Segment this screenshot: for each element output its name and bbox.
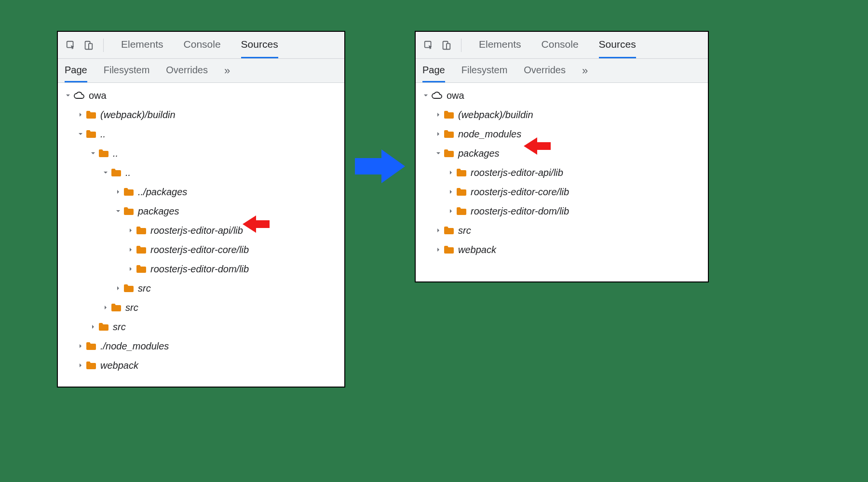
tree-item[interactable]: roosterjs-editor-api/lib: [416, 163, 708, 182]
inspect-element-icon[interactable]: [422, 39, 435, 52]
subtab-filesystem[interactable]: Filesystem: [461, 59, 508, 82]
tab-console[interactable]: Console: [184, 32, 221, 58]
subtab-overrides[interactable]: Overrides: [524, 59, 566, 82]
cloud-icon: [73, 91, 85, 100]
tab-elements[interactable]: Elements: [121, 32, 163, 58]
tree-item-label: ..: [125, 167, 131, 178]
chevron-right-icon[interactable]: [435, 246, 442, 253]
folder-icon: [86, 130, 96, 138]
tree-item[interactable]: src: [416, 221, 708, 240]
chevron-down-icon[interactable]: [77, 131, 84, 137]
folder-icon: [456, 187, 467, 196]
chevron-down-icon[interactable]: [435, 150, 442, 157]
folder-icon: [136, 226, 147, 235]
tree-item-label: src: [458, 225, 471, 236]
folder-icon: [456, 168, 467, 177]
device-toggle-icon[interactable]: [82, 39, 95, 52]
tree-item[interactable]: ..: [58, 144, 344, 163]
subtab-more-icon[interactable]: »: [582, 65, 588, 77]
tree-item[interactable]: src: [58, 279, 344, 298]
chevron-right-icon[interactable]: [435, 227, 442, 234]
chevron-right-icon[interactable]: [115, 188, 122, 195]
tree-item-label: packages: [458, 148, 500, 159]
tab-elements[interactable]: Elements: [479, 32, 521, 58]
tree-item-label: webpack: [100, 360, 138, 371]
tree-item[interactable]: ./node_modules: [58, 336, 344, 356]
tree-item[interactable]: webpack: [58, 356, 344, 375]
folder-icon: [111, 303, 122, 312]
folder-icon: [98, 149, 109, 158]
chevron-right-icon[interactable]: [127, 266, 134, 272]
tree-item-label: ..: [100, 129, 106, 140]
chevron-right-icon[interactable]: [127, 246, 134, 253]
subtab-page[interactable]: Page: [422, 59, 445, 82]
chevron-right-icon[interactable]: [77, 362, 84, 369]
chevron-right-icon[interactable]: [127, 227, 134, 234]
tree-item[interactable]: ..: [58, 124, 344, 144]
chevron-right-icon[interactable]: [448, 188, 454, 195]
tree-root-owa[interactable]: owa: [58, 86, 344, 105]
devtools-panel-left: Elements Console Sources Page Filesystem…: [57, 31, 345, 388]
tree-item-label: roosterjs-editor-core/lib: [471, 187, 569, 198]
tree-item[interactable]: roosterjs-editor-dom/lib: [416, 201, 708, 221]
sources-sub-tabs: Page Filesystem Overrides »: [58, 59, 344, 83]
subtab-filesystem[interactable]: Filesystem: [104, 59, 150, 82]
chevron-right-icon[interactable]: [435, 111, 442, 118]
chevron-down-icon[interactable]: [90, 150, 96, 157]
tab-console[interactable]: Console: [542, 32, 579, 58]
tree-item-label: node_modules: [458, 129, 521, 140]
chevron-right-icon[interactable]: [448, 208, 454, 214]
top-tabs-group: Elements Console Sources: [121, 32, 278, 58]
subtab-more-icon[interactable]: »: [224, 65, 230, 77]
file-tree-right[interactable]: owa (webpack)/buildin node_modules packa…: [416, 83, 708, 281]
chevron-right-icon[interactable]: [102, 304, 109, 311]
chevron-right-icon[interactable]: [115, 285, 122, 292]
sources-sub-tabs: Page Filesystem Overrides »: [416, 59, 708, 83]
chevron-right-icon[interactable]: [448, 169, 454, 176]
toolbar-divider: [103, 39, 104, 52]
chevron-down-icon[interactable]: [115, 208, 122, 214]
tree-item-label: roosterjs-editor-api/lib: [150, 225, 243, 236]
folder-icon: [444, 226, 454, 235]
chevron-right-icon[interactable]: [435, 131, 442, 137]
folder-icon: [86, 361, 96, 370]
tree-item[interactable]: (webpack)/buildin: [416, 105, 708, 124]
tree-item-packages-left[interactable]: packages: [58, 201, 344, 221]
device-toggle-icon[interactable]: [440, 39, 452, 52]
tree-item-label: src: [113, 321, 126, 333]
chevron-right-icon[interactable]: [90, 323, 96, 330]
tree-item-label: ../packages: [138, 187, 187, 198]
chevron-down-icon[interactable]: [422, 92, 429, 99]
subtab-overrides[interactable]: Overrides: [166, 59, 208, 82]
tree-item[interactable]: roosterjs-editor-core/lib: [58, 240, 344, 259]
tree-item-packages-right[interactable]: packages: [416, 144, 708, 163]
folder-icon: [86, 110, 96, 119]
folder-icon: [456, 207, 467, 215]
chevron-right-icon[interactable]: [77, 343, 84, 349]
inspect-element-icon[interactable]: [65, 39, 77, 52]
tree-item[interactable]: ..: [58, 163, 344, 182]
tree-item[interactable]: roosterjs-editor-dom/lib: [58, 259, 344, 279]
tree-item-label: roosterjs-editor-core/lib: [150, 244, 249, 255]
tree-root-owa[interactable]: owa: [416, 86, 708, 105]
subtab-page[interactable]: Page: [65, 59, 87, 82]
tree-item[interactable]: (webpack)/buildin: [58, 105, 344, 124]
tree-item[interactable]: src: [58, 317, 344, 336]
tree-item[interactable]: roosterjs-editor-api/lib: [58, 221, 344, 240]
tree-item[interactable]: webpack: [416, 240, 708, 259]
tree-item[interactable]: src: [58, 298, 344, 317]
folder-icon: [98, 322, 109, 331]
tab-sources[interactable]: Sources: [599, 32, 636, 58]
chevron-down-icon[interactable]: [65, 92, 71, 99]
tree-item-label: (webpack)/buildin: [100, 109, 176, 120]
tab-sources[interactable]: Sources: [241, 32, 278, 58]
devtools-top-tabs: Elements Console Sources: [416, 32, 708, 59]
tree-item[interactable]: node_modules: [416, 124, 708, 144]
svg-rect-5: [447, 43, 450, 49]
tree-item-label: ..: [113, 148, 118, 159]
chevron-down-icon[interactable]: [102, 169, 109, 176]
tree-item[interactable]: roosterjs-editor-core/lib: [416, 182, 708, 201]
file-tree-left[interactable]: owa (webpack)/buildin .. .. ..: [58, 83, 344, 387]
tree-item[interactable]: ../packages: [58, 182, 344, 201]
chevron-right-icon[interactable]: [77, 111, 84, 118]
